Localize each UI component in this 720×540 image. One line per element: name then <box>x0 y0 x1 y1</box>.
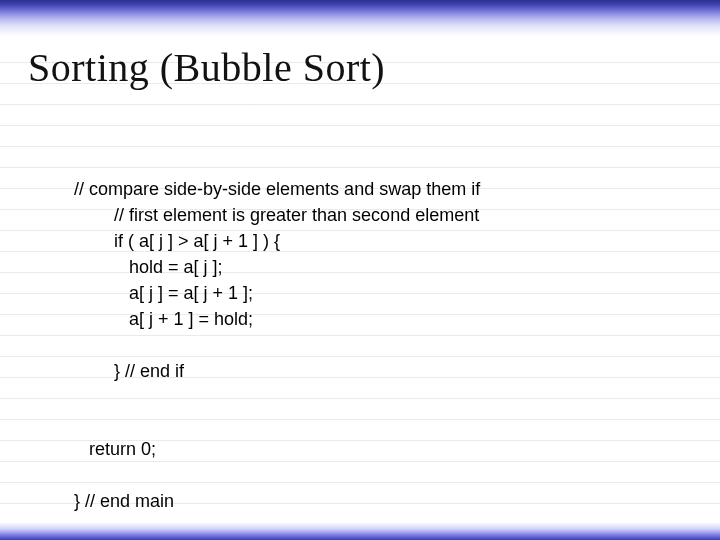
code-line: // compare side-by-side elements and swa… <box>74 179 480 199</box>
code-line: hold = a[ j ]; <box>74 257 223 277</box>
code-line: } // end if <box>74 361 184 381</box>
code-line: a[ j ] = a[ j + 1 ]; <box>74 283 253 303</box>
code-line: if ( a[ j ] > a[ j + 1 ] ) { <box>74 231 280 251</box>
code-line: a[ j + 1 ] = hold; <box>74 309 253 329</box>
bottom-gradient-bar <box>0 522 720 540</box>
code-line: } // end main <box>74 491 174 511</box>
slide-title: Sorting (Bubble Sort) <box>28 44 385 91</box>
code-block: // compare side-by-side elements and swa… <box>74 150 480 540</box>
code-line: return 0; <box>74 439 156 459</box>
code-line: // first element is greater than second … <box>74 205 479 225</box>
slide: Sorting (Bubble Sort) // compare side-by… <box>0 0 720 540</box>
